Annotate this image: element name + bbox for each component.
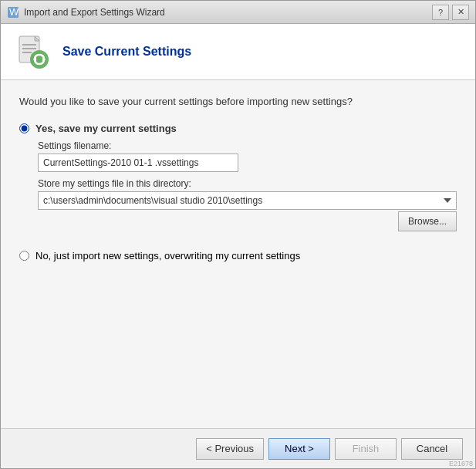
filename-field-group: Settings filename: xyxy=(38,140,457,172)
wizard-icon: W xyxy=(7,6,19,19)
directory-label: Store my settings file in this directory… xyxy=(38,178,457,189)
svg-point-7 xyxy=(30,50,49,69)
svg-text:W: W xyxy=(9,6,19,18)
option1-label: Yes, save my current settings xyxy=(35,123,177,134)
close-button[interactable]: ✕ xyxy=(452,5,469,20)
option1-radio[interactable] xyxy=(19,123,29,133)
wizard-window: W Import and Export Settings Wizard ? ✕ xyxy=(0,0,476,469)
filename-label: Settings filename: xyxy=(38,140,457,151)
watermark: E21678 xyxy=(449,460,473,467)
filename-input[interactable] xyxy=(38,154,238,172)
previous-button[interactable]: < Previous xyxy=(196,438,264,460)
title-text: Import and Export Settings Wizard xyxy=(24,7,165,18)
help-button[interactable]: ? xyxy=(432,5,449,20)
option1-radio-label[interactable]: Yes, save my current settings xyxy=(19,123,457,134)
browse-button[interactable]: Browse... xyxy=(398,211,457,231)
directory-field-group: Store my settings file in this directory… xyxy=(38,178,457,231)
page-title: Save Current Settings xyxy=(62,45,191,59)
option2-section: No, just import new settings, overwritin… xyxy=(19,244,457,261)
svg-rect-5 xyxy=(22,48,36,49)
browse-row: Browse... xyxy=(38,211,457,231)
option2-radio-label[interactable]: No, just import new settings, overwritin… xyxy=(19,250,457,261)
svg-rect-6 xyxy=(22,52,32,53)
next-button[interactable]: Next > xyxy=(268,438,330,460)
title-bar-buttons: ? ✕ xyxy=(432,5,469,20)
footer: < Previous Next > Finish Cancel xyxy=(1,428,475,468)
title-bar: W Import and Export Settings Wizard ? ✕ xyxy=(1,1,475,24)
directory-dropdown[interactable]: c:\users\admin\documents\visual studio 2… xyxy=(38,191,457,210)
cancel-button[interactable]: Cancel xyxy=(401,438,463,460)
option1-section: Yes, save my current settings Settings f… xyxy=(19,123,457,231)
header-section: Save Current Settings xyxy=(1,24,475,80)
option1-sub-content: Settings filename: Store my settings fil… xyxy=(38,140,457,231)
directory-row: c:\users\admin\documents\visual studio 2… xyxy=(38,191,457,210)
svg-rect-4 xyxy=(22,44,36,46)
finish-button[interactable]: Finish xyxy=(335,438,397,460)
header-icon xyxy=(13,33,50,70)
option2-radio[interactable] xyxy=(19,251,29,261)
option2-label: No, just import new settings, overwritin… xyxy=(35,250,300,261)
question-text: Would you like to save your current sett… xyxy=(19,96,457,107)
title-bar-left: W Import and Export Settings Wizard xyxy=(7,6,165,19)
content-area: Would you like to save your current sett… xyxy=(1,80,475,428)
